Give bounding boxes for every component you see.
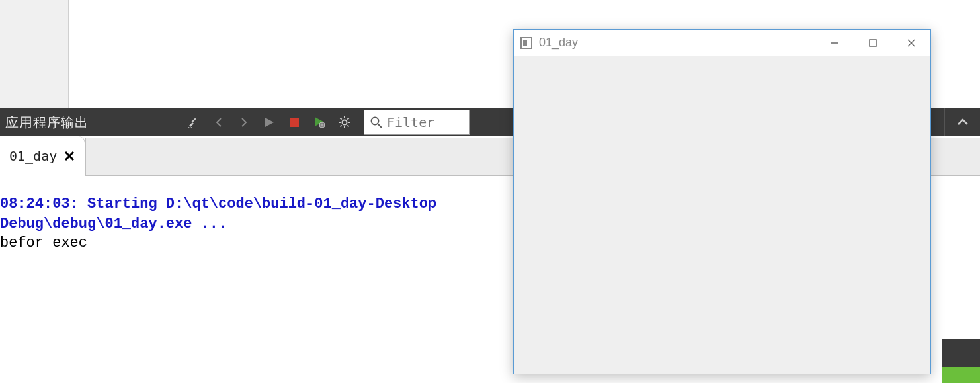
app-window-body[interactable] [514,56,930,374]
close-window-button[interactable] [892,30,930,56]
app-icon [520,37,532,49]
svg-point-10 [343,120,347,125]
tab-label: 01_day [9,148,57,164]
settings-button[interactable] [332,108,357,136]
chevron-up-icon [956,118,969,127]
svg-rect-0 [191,118,196,122]
svg-rect-5 [290,118,299,127]
svg-line-15 [341,118,342,120]
toolbar-icon-group [181,108,357,136]
bottom-bar-stub-dark [942,339,980,367]
output-line: Debug\debug\01_day.exe ... [0,216,227,232]
svg-line-17 [341,125,342,126]
window-controls [815,30,930,56]
collapse-panel-button[interactable] [944,108,980,136]
next-button[interactable] [231,108,257,136]
maximize-button[interactable] [854,30,892,56]
clear-button[interactable] [181,108,206,136]
close-icon [63,150,75,162]
close-icon [907,38,916,48]
gear-icon [338,116,351,129]
stop-icon [288,116,300,128]
chevron-right-icon [239,117,249,128]
maximize-icon [868,38,878,48]
stop-button[interactable] [282,108,307,136]
play-icon [263,116,275,128]
broom-icon [187,116,200,129]
svg-line-1 [188,127,189,128]
tab-close-button[interactable] [63,150,75,162]
output-line: 08:24:03: Starting D:\qt\code\build-01_d… [0,196,436,212]
svg-line-2 [190,127,190,128]
filter-input[interactable] [387,114,464,130]
svg-point-19 [372,118,379,125]
debug-run-button[interactable] [307,108,332,136]
debug-run-icon [313,116,326,129]
svg-line-18 [347,118,348,120]
app-window-title: 01_day [539,36,578,50]
minimize-icon [830,38,839,48]
svg-marker-4 [265,118,274,127]
sidebar-stub [0,0,69,108]
svg-line-16 [347,125,348,126]
run-button[interactable] [257,108,282,136]
prev-button[interactable] [206,108,231,136]
chevron-left-icon [214,117,224,128]
bottom-bar-stub-green [942,367,980,383]
output-tab[interactable]: 01_day [0,136,85,176]
svg-line-3 [191,127,192,128]
filter-box[interactable] [364,110,470,135]
app-window[interactable]: 01_day [513,29,931,374]
svg-line-20 [378,124,382,128]
panel-title: 应用程序输出 [0,114,102,132]
search-icon [370,116,383,129]
output-line: befor exec [0,235,87,251]
app-titlebar[interactable]: 01_day [514,30,930,56]
svg-rect-24 [870,40,876,46]
minimize-button[interactable] [815,30,854,56]
